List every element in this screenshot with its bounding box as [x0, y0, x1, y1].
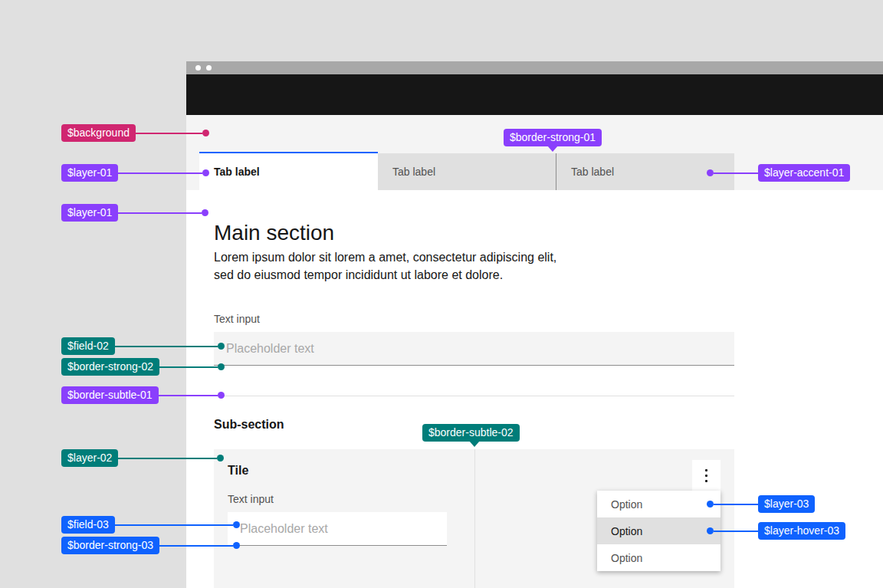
page-content: Main section Lorem ipsum dolor sit lorem…: [186, 190, 883, 588]
tile-divider: [474, 449, 475, 588]
tab-selected[interactable]: Tab label: [199, 152, 378, 190]
token-label: $field-03: [61, 516, 115, 534]
browser-titlebar: [186, 61, 883, 74]
text-input-label: Text input: [214, 313, 260, 325]
tab-label: Tab label: [214, 166, 260, 178]
tile-text-input-field[interactable]: [228, 512, 447, 546]
tab-bar: Tab label Tab label Tab label: [199, 152, 734, 190]
token-label: $border-subtle-01: [61, 386, 159, 404]
kebab-menu-icon: [705, 480, 707, 482]
tab-unselected[interactable]: Tab label: [378, 153, 556, 190]
main-section-heading: Main section: [214, 219, 334, 247]
overflow-menu-button[interactable]: [692, 460, 721, 491]
main-section-paragraph: Lorem ipsum dolor sit lorem a amet, cons…: [214, 248, 560, 284]
menu-item-option-hovered[interactable]: Option: [597, 517, 721, 544]
app-background: Tab label Tab label Tab label Main secti…: [186, 115, 883, 588]
kebab-menu-icon: [705, 469, 707, 471]
token-label: $field-02: [61, 337, 115, 355]
browser-window: Tab label Tab label Tab label Main secti…: [186, 61, 883, 588]
token-label: $border-strong-03: [61, 537, 159, 554]
text-input-field[interactable]: [214, 332, 734, 366]
overflow-dropdown-menu: Option Option Option: [597, 491, 721, 571]
menu-item-option[interactable]: Option: [597, 544, 721, 571]
tab-label: Tab label: [392, 166, 435, 178]
sub-section-heading: Sub-section: [214, 418, 284, 432]
token-label: $layer-02: [61, 449, 118, 467]
token-label: $layer-01: [61, 204, 118, 222]
section-divider: [214, 396, 734, 396]
token-label: $border-strong-02: [61, 358, 159, 376]
menu-item-option[interactable]: Option: [597, 491, 721, 517]
token-label: $layer-01: [61, 164, 118, 182]
kebab-menu-icon: [705, 475, 707, 477]
window-control-dot[interactable]: [195, 65, 201, 71]
tile-title: Tile: [228, 464, 248, 478]
tile: Tile Text input Option Option Option: [214, 449, 734, 588]
tab-label: Tab label: [571, 166, 614, 178]
tab-unselected[interactable]: Tab label: [556, 153, 734, 190]
window-control-dot[interactable]: [206, 65, 212, 71]
browser-navbar: [186, 74, 883, 115]
token-label: $background: [61, 124, 136, 142]
text-input-label: Text input: [228, 493, 274, 505]
